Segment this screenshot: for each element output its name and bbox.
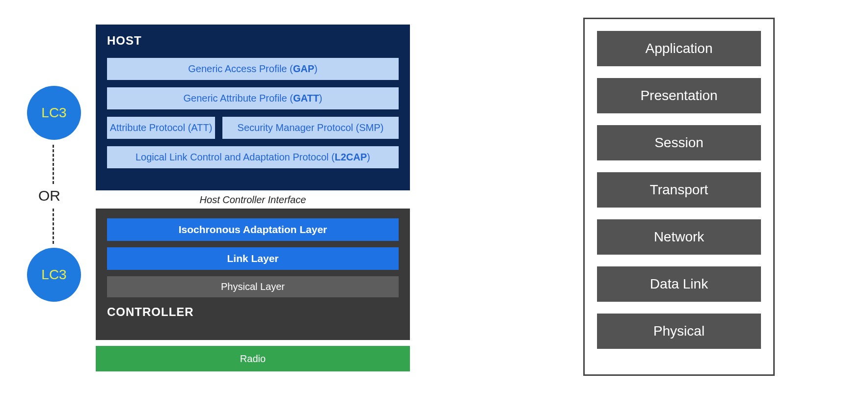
lc3-top-label: LC3 [41,105,66,121]
gap-close: ) [314,63,318,74]
smp-close: ) [380,122,384,133]
osi-application: Application [597,31,761,66]
l2cap-bold: L2CAP [335,152,367,162]
controller-block: Isochronous Adaptation Layer Link Layer … [96,209,410,340]
radio-block: Radio [96,346,410,371]
osi-physical: Physical [597,314,761,349]
gatt-close: ) [319,93,323,104]
smp-bold: SMP [359,122,380,133]
osi-presentation: Presentation [597,78,761,113]
l2cap-text: Logical Link Control and Adaptation Prot… [136,152,335,162]
l2cap-close: ) [367,152,370,162]
physical-layer: Physical Layer [107,276,399,297]
att-bold: ATT [191,122,209,133]
controller-title: CONTROLLER [107,305,399,319]
or-label: OR [38,187,60,204]
dashed-connector-top [53,145,54,184]
att-text: Attribute Protocol ( [110,122,191,133]
diagram-canvas: LC3 OR LC3 HOST Generic Access Profile (… [0,0,868,420]
osi-panel: Application Presentation Session Transpo… [583,18,775,376]
att-close: ) [209,122,213,133]
smp-layer: Security Manager Protocol (SMP) [222,117,399,139]
osi-transport: Transport [597,172,761,208]
att-layer: Attribute Protocol (ATT) [107,117,215,139]
gatt-text: Generic Attribute Profile ( [183,93,293,104]
iso-layer: Isochronous Adaptation Layer [107,218,399,241]
gap-layer: Generic Access Profile (GAP) [107,58,399,80]
host-title: HOST [107,34,399,48]
lc3-bottom-circle: LC3 [27,248,81,302]
dashed-connector-bottom [53,209,54,244]
gap-text: Generic Access Profile ( [188,63,293,74]
radio-label: Radio [240,353,266,365]
osi-network: Network [597,219,761,255]
osi-session: Session [597,125,761,160]
gatt-layer: Generic Attribute Profile (GATT) [107,87,399,109]
gap-bold: GAP [293,63,314,74]
hci-label: Host Controller Interface [96,194,410,206]
smp-text: Security Manager Protocol ( [238,122,359,133]
osi-data-link: Data Link [597,266,761,302]
l2cap-layer: Logical Link Control and Adaptation Prot… [107,146,399,168]
link-layer: Link Layer [107,247,399,270]
lc3-bottom-label: LC3 [41,267,66,283]
lc3-top-circle: LC3 [27,86,81,140]
host-block: HOST Generic Access Profile (GAP) Generi… [96,25,410,190]
gatt-bold: GATT [293,93,319,104]
att-smp-row: Attribute Protocol (ATT) Security Manage… [107,117,399,139]
